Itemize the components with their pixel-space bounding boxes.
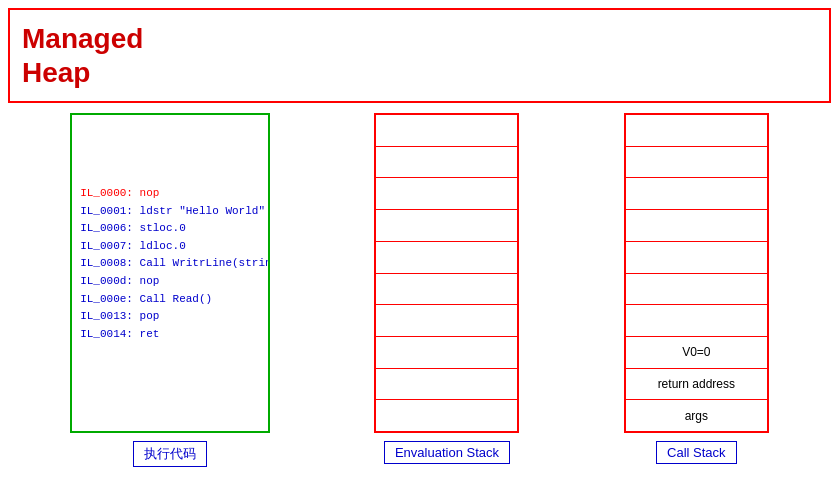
eval-stack-cell (376, 400, 517, 431)
code-line: IL_0006: stloc.0 (80, 220, 260, 238)
managed-heap-section: Managed Heap (8, 8, 831, 103)
call-stack-cell (626, 242, 767, 274)
call-stack-cell: return address (626, 369, 767, 401)
code-line: IL_000d: nop (80, 273, 260, 291)
eval-stack-cell (376, 337, 517, 369)
call-stack-wrapper: V0=0return addressargs Call Stack (624, 113, 769, 464)
eval-stack-wrapper: Envaluation Stack (374, 113, 519, 464)
managed-heap-title: Managed Heap (22, 22, 143, 89)
code-line: IL_0007: ldloc.0 (80, 238, 260, 256)
code-panel: IL_0000: nopIL_0001: ldstr "Hello World"… (70, 113, 270, 433)
call-stack-cell (626, 274, 767, 306)
eval-stack-cell (376, 242, 517, 274)
call-stack-cell: V0=0 (626, 337, 767, 369)
eval-stack-cell (376, 210, 517, 242)
eval-stack-label: Envaluation Stack (384, 441, 510, 464)
lower-section: IL_0000: nopIL_0001: ldstr "Hello World"… (8, 113, 831, 493)
code-line: IL_0008: Call WritrLine(string) (80, 255, 260, 273)
eval-stack-cell (376, 115, 517, 147)
code-line: IL_0000: nop (80, 185, 260, 203)
call-stack-cell (626, 178, 767, 210)
main-container: Managed Heap IL_0000: nopIL_0001: ldstr … (0, 0, 839, 501)
eval-stack-cell (376, 305, 517, 337)
eval-stack-cell (376, 274, 517, 306)
call-stack-cell (626, 115, 767, 147)
call-stack-cell (626, 147, 767, 179)
code-line: IL_0013: pop (80, 308, 260, 326)
code-line: IL_0001: ldstr "Hello World" (80, 203, 260, 221)
call-stack-cell (626, 305, 767, 337)
call-stack-cell (626, 210, 767, 242)
eval-stack-cell (376, 178, 517, 210)
eval-stack-cell (376, 369, 517, 401)
code-line: IL_0014: ret (80, 326, 260, 344)
code-panel-wrapper: IL_0000: nopIL_0001: ldstr "Hello World"… (70, 113, 270, 467)
call-stack-label: Call Stack (656, 441, 737, 464)
call-stack-cell: args (626, 400, 767, 431)
eval-stack-cell (376, 147, 517, 179)
eval-stack-panel (374, 113, 519, 433)
call-stack-panel: V0=0return addressargs (624, 113, 769, 433)
code-panel-label: 执行代码 (133, 441, 207, 467)
code-line: IL_000e: Call Read() (80, 291, 260, 309)
